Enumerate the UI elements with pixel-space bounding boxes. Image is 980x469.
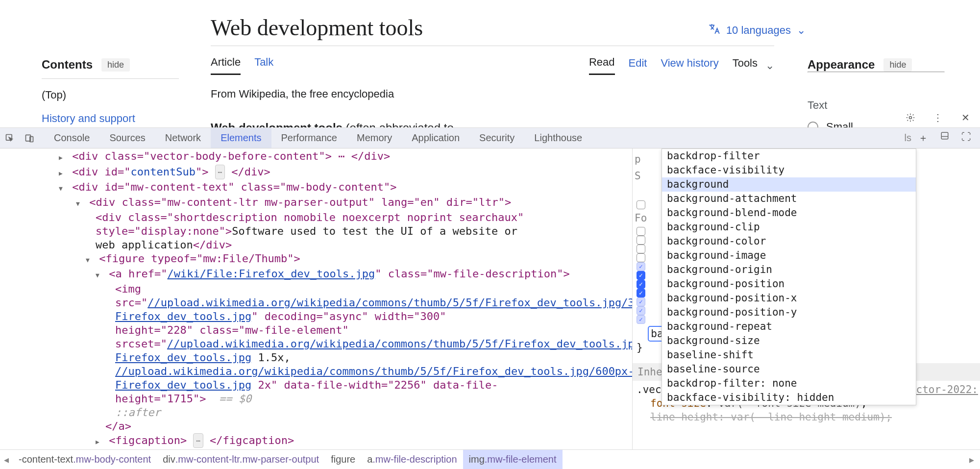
autocomplete-item[interactable]: background-position-x <box>662 291 916 305</box>
device-toggle-icon[interactable] <box>20 133 39 143</box>
devtools-tab-memory[interactable]: Memory <box>347 128 402 148</box>
wikipedia-page: Contents hide (Top) History and support … <box>0 0 980 132</box>
breadcrumb-item[interactable]: img.mw-file-element <box>463 450 563 469</box>
appearance-heading: Appearance <box>808 58 875 72</box>
page-title: Web development tools <box>211 15 774 41</box>
kebab-icon[interactable]: ⋮ <box>928 112 948 123</box>
toc-history-link[interactable]: History and support <box>42 112 179 125</box>
css-declaration-overridden[interactable]: line-height: var(--line-height-medium); <box>637 410 978 424</box>
tab-edit[interactable]: Edit <box>629 57 647 74</box>
autocomplete-item[interactable]: backdrop-filter <box>662 149 916 163</box>
divider <box>211 46 774 46</box>
breadcrumb-item[interactable]: a.mw-file-description <box>361 450 463 469</box>
autocomplete-item[interactable]: background-origin <box>662 263 916 277</box>
devtools-tab-console[interactable]: Console <box>44 128 99 148</box>
languages-label: 10 languages <box>726 24 791 37</box>
devtools-tab-elements[interactable]: Elements <box>211 128 271 148</box>
dom-breadcrumb: ◂ -content-text.mw-body-contentdiv.mw-co… <box>0 449 980 469</box>
autocomplete-item[interactable]: background-image <box>662 248 916 263</box>
tab-article[interactable]: Article <box>211 56 241 75</box>
chevron-down-icon[interactable]: ⌄ <box>765 59 774 72</box>
inspect-icon[interactable] <box>0 133 20 143</box>
autocomplete-item[interactable]: baseline-shift <box>662 348 916 362</box>
autocomplete-item[interactable]: background-blend-mode <box>662 206 916 220</box>
devtools-toolbar: ConsoleSourcesNetworkElementsPerformance… <box>0 128 980 148</box>
style-checkbox[interactable] <box>637 200 645 209</box>
hide-button[interactable]: hide <box>101 58 130 72</box>
breadcrumb-prev-icon[interactable]: ◂ <box>0 454 13 466</box>
hide-button[interactable]: hide <box>883 58 912 72</box>
devtools-tab-network[interactable]: Network <box>155 128 211 148</box>
style-checkbox[interactable] <box>637 315 645 324</box>
autocomplete-item[interactable]: background-repeat <box>662 320 916 334</box>
devtools-tab-performance[interactable]: Performance <box>271 128 347 148</box>
tab-view-history[interactable]: View history <box>661 57 718 74</box>
styles-tail-label: ls <box>905 132 914 144</box>
style-checkbox[interactable] <box>637 245 645 253</box>
chevron-down-icon[interactable]: ⌄ <box>797 24 806 37</box>
autocomplete-item[interactable]: background-position <box>662 277 916 291</box>
page-subtitle: From Wikipedia, the free encyclopedia <box>211 88 774 100</box>
contents-heading: Contents <box>42 58 93 72</box>
style-checkbox[interactable] <box>637 227 645 236</box>
languages-link[interactable]: 10 languages ⌄ <box>708 23 806 38</box>
gear-icon[interactable] <box>901 113 920 123</box>
tab-read[interactable]: Read <box>589 56 615 75</box>
plus-icon[interactable]: ＋ <box>914 131 932 145</box>
translate-icon <box>708 23 720 38</box>
toc-top[interactable]: (Top) <box>42 89 179 101</box>
autocomplete-item[interactable]: backface-visibility: hidden <box>662 391 916 405</box>
autocomplete-item[interactable]: background-attachment <box>662 192 916 206</box>
divider <box>808 72 945 73</box>
autocomplete-item[interactable]: baseline-source <box>662 362 916 376</box>
autocomplete-item[interactable]: background-color <box>662 234 916 248</box>
css-autocomplete-popup[interactable]: backdrop-filterbackface-visibilitybackgr… <box>662 148 916 405</box>
autocomplete-item[interactable]: background <box>662 177 916 192</box>
breadcrumb-item[interactable]: figure <box>325 450 361 469</box>
autocomplete-item[interactable]: backface-visibility <box>662 163 916 177</box>
devtools-tab-security[interactable]: Security <box>469 128 524 148</box>
autocomplete-item[interactable]: background-size <box>662 334 916 348</box>
article-area: Web development tools Article Talk Read … <box>211 15 774 135</box>
devtools-tab-sources[interactable]: Sources <box>99 128 155 148</box>
devtools-tab-application[interactable]: Application <box>402 128 469 148</box>
autocomplete-item[interactable]: backdrop-filter: none <box>662 376 916 391</box>
devtools-panel: ConsoleSourcesNetworkElementsPerformance… <box>0 127 980 469</box>
page-tabs: Article Talk Read Edit View history Tool… <box>211 56 774 75</box>
autocomplete-item[interactable]: background-position-y <box>662 305 916 320</box>
tab-talk[interactable]: Talk <box>254 56 273 75</box>
close-icon[interactable]: ✕ <box>956 112 975 123</box>
dock-icon[interactable] <box>936 131 954 145</box>
divider <box>42 78 179 79</box>
autocomplete-item[interactable]: background-clip <box>662 220 916 234</box>
svg-point-5 <box>909 117 912 119</box>
styles-panel[interactable]: p S Fo background: ; } Inherited from di… <box>632 148 980 469</box>
breadcrumb-item[interactable]: div.mw-content-ltr.mw-parser-output <box>157 450 325 469</box>
expand-icon[interactable]: ⛶ <box>957 131 975 145</box>
contents-sidebar: Contents hide (Top) History and support <box>42 58 179 125</box>
dom-tree[interactable]: <div class="vector-body-before-content">… <box>0 148 632 469</box>
devtools-tab-lighthouse[interactable]: Lighthouse <box>524 128 592 148</box>
breadcrumb-item[interactable]: -content-text.mw-body-content <box>13 450 157 469</box>
style-checkbox[interactable] <box>637 236 645 245</box>
tab-tools[interactable]: Tools <box>733 57 758 74</box>
breadcrumb-next-icon[interactable]: ▸ <box>963 454 980 466</box>
svg-rect-3 <box>941 132 948 139</box>
